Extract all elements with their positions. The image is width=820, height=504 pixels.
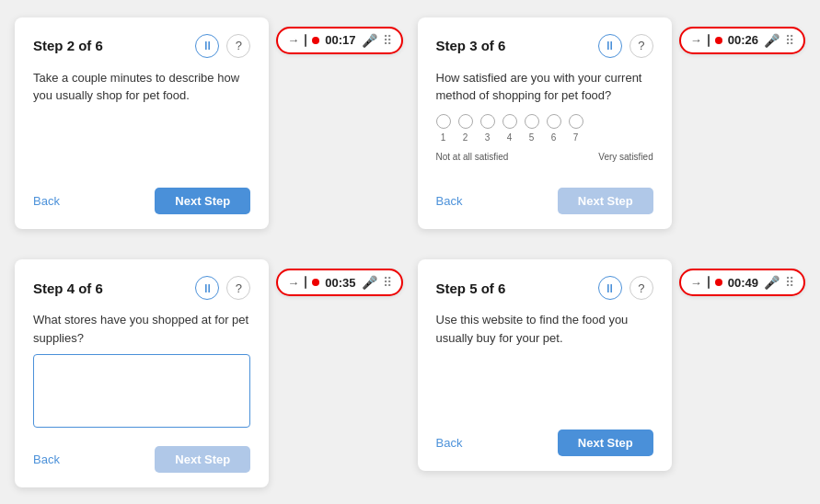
rating-circle-6[interactable] <box>547 114 561 129</box>
step3-body: How satisfied are you with your current … <box>436 69 653 175</box>
step5-back-button[interactable]: Back <box>436 436 463 450</box>
card-header-step5: Step 5 of 6 ⏸ ? <box>436 276 653 300</box>
rating-circle-4[interactable] <box>502 114 517 129</box>
step4-pause-button[interactable]: ⏸ <box>195 276 219 300</box>
card-header-step2: Step 2 of 6 ⏸ ? <box>33 34 250 58</box>
step2-pause-button[interactable]: ⏸ <box>195 34 219 58</box>
step2-footer: Back Next Step <box>33 188 250 214</box>
step3-footer: Back Next Step <box>436 188 653 214</box>
question-icon-step5: ? <box>638 281 644 295</box>
card-header-step3: Step 3 of 6 ⏸ ? <box>436 34 653 58</box>
step3-pause-button[interactable]: ⏸ <box>598 34 622 58</box>
timer-line-icon <box>305 34 306 47</box>
timer-arrow-icon: → <box>287 33 299 47</box>
timer-arrow-icon-3: → <box>690 33 702 47</box>
mic-icon-step4[interactable]: 🎤 <box>362 275 377 290</box>
rating-circles <box>436 114 653 129</box>
step5-body: Use this website to find the food you us… <box>436 311 653 417</box>
question-icon: ? <box>236 39 242 52</box>
rating-max-label: Very satisfied <box>598 150 653 164</box>
step4-textarea[interactable] <box>33 354 250 428</box>
step2-help-button[interactable]: ? <box>226 34 250 58</box>
rating-min-label: Not at all satisfied <box>436 150 509 164</box>
card-step5: Step 5 of 6 ⏸ ? Use this website to find… <box>418 259 672 471</box>
grid-icon-step2[interactable]: ⠿ <box>383 33 392 48</box>
timer-line-icon-4 <box>305 276 306 289</box>
rating-scale: 1 2 3 4 5 6 7 Not at all satisfied Very … <box>436 114 653 164</box>
timer-step3: → 00:26 🎤 ⠿ <box>679 27 805 54</box>
cell-step4: Step 4 of 6 ⏸ ? What stores have you sho… <box>15 259 403 487</box>
rating-circle-5[interactable] <box>525 114 539 129</box>
card-header-step4: Step 4 of 6 ⏸ ? <box>33 276 250 300</box>
timer-line-icon-3 <box>708 34 710 47</box>
main-grid: Step 2 of 6 ⏸ ? Take a couple minutes to… <box>15 17 805 487</box>
step2-body: Take a couple minutes to describe how yo… <box>33 69 250 175</box>
card-step2: Step 2 of 6 ⏸ ? Take a couple minutes to… <box>15 17 269 229</box>
pause-icon-step4: ⏸ <box>202 281 214 295</box>
timer-dot-icon-4 <box>312 279 319 286</box>
rating-circle-2[interactable] <box>458 114 473 129</box>
question-icon-step4: ? <box>236 281 242 295</box>
grid-icon-step5[interactable]: ⠿ <box>785 275 794 290</box>
step5-title: Step 5 of 6 <box>436 281 506 296</box>
timer-dot-icon-3 <box>715 37 722 44</box>
step3-timer-time: 00:26 <box>728 33 758 47</box>
step4-header-icons: ⏸ ? <box>195 276 250 300</box>
timer-step4: → 00:35 🎤 ⠿ <box>276 269 402 296</box>
step5-next-button[interactable]: Next Step <box>558 430 653 456</box>
rating-circle-7[interactable] <box>569 114 583 129</box>
step4-back-button[interactable]: Back <box>33 452 60 466</box>
cell-step2: Step 2 of 6 ⏸ ? Take a couple minutes to… <box>15 17 403 246</box>
timer-step2: → 00:17 🎤 ⠿ <box>276 27 402 54</box>
pause-icon-step5: ⏸ <box>604 281 616 295</box>
step3-next-button[interactable]: Next Step <box>558 188 653 214</box>
mic-icon-step2[interactable]: 🎤 <box>362 33 377 48</box>
step5-pause-button[interactable]: ⏸ <box>598 276 622 300</box>
step5-help-button[interactable]: ? <box>629 276 653 300</box>
step3-header-icons: ⏸ ? <box>598 34 653 58</box>
timer-step5: → 00:49 🎤 ⠿ <box>679 269 805 296</box>
step4-help-button[interactable]: ? <box>226 276 250 300</box>
step4-title: Step 4 of 6 <box>33 281 103 296</box>
card-step4: Step 4 of 6 ⏸ ? What stores have you sho… <box>15 259 269 487</box>
timer-line-icon-5 <box>708 276 710 289</box>
pause-icon-step3: ⏸ <box>604 39 616 52</box>
timer-arrow-icon-4: → <box>287 276 299 290</box>
pause-icon: ⏸ <box>202 39 214 52</box>
rating-circle-1[interactable] <box>436 114 451 129</box>
timer-arrow-icon-5: → <box>690 276 702 290</box>
timer-dot-icon-5 <box>715 279 722 286</box>
rating-num-labels: 1 2 3 4 5 6 7 <box>436 131 653 144</box>
cell-step3: Step 3 of 6 ⏸ ? How satisfied are you wi… <box>418 17 806 246</box>
step3-help-button[interactable]: ? <box>629 34 653 58</box>
step4-timer-time: 00:35 <box>325 276 355 290</box>
step4-footer: Back Next Step <box>33 446 250 473</box>
step3-title: Step 3 of 6 <box>436 38 506 53</box>
question-icon-step3: ? <box>638 39 644 52</box>
step4-next-button[interactable]: Next Step <box>155 446 250 473</box>
rating-circle-3[interactable] <box>480 114 495 129</box>
step5-header-icons: ⏸ ? <box>598 276 653 300</box>
step3-back-button[interactable]: Back <box>436 194 463 208</box>
step2-back-button[interactable]: Back <box>33 194 60 208</box>
rating-text-labels: Not at all satisfied Very satisfied <box>436 150 653 164</box>
step5-timer-time: 00:49 <box>728 276 758 290</box>
grid-icon-step3[interactable]: ⠿ <box>785 33 794 48</box>
cell-step5: Step 5 of 6 ⏸ ? Use this website to find… <box>418 259 806 487</box>
card-step3: Step 3 of 6 ⏸ ? How satisfied are you wi… <box>418 17 672 229</box>
mic-icon-step3[interactable]: 🎤 <box>764 33 780 48</box>
grid-icon-step4[interactable]: ⠿ <box>383 275 392 290</box>
step2-next-button[interactable]: Next Step <box>155 188 250 214</box>
timer-dot-icon <box>312 37 319 44</box>
step2-timer-time: 00:17 <box>325 33 355 47</box>
step2-title: Step 2 of 6 <box>33 38 103 53</box>
step4-body: What stores have you shopped at for pet … <box>33 311 250 433</box>
step5-footer: Back Next Step <box>436 430 653 456</box>
step2-header-icons: ⏸ ? <box>195 34 250 58</box>
mic-icon-step5[interactable]: 🎤 <box>764 275 780 290</box>
